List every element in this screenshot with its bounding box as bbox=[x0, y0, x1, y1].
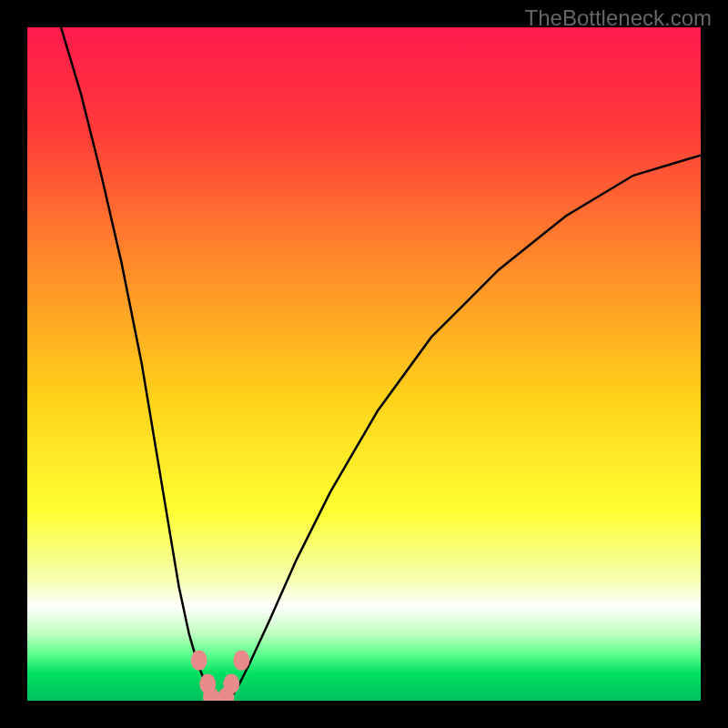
dot-right-upper bbox=[233, 651, 249, 671]
series-left-branch bbox=[61, 27, 213, 701]
plot-area bbox=[27, 27, 701, 701]
dot-left-upper bbox=[191, 651, 207, 671]
watermark-text: TheBottleneck.com bbox=[525, 5, 712, 31]
curve-layer bbox=[27, 27, 701, 701]
series-right-branch bbox=[229, 156, 701, 701]
